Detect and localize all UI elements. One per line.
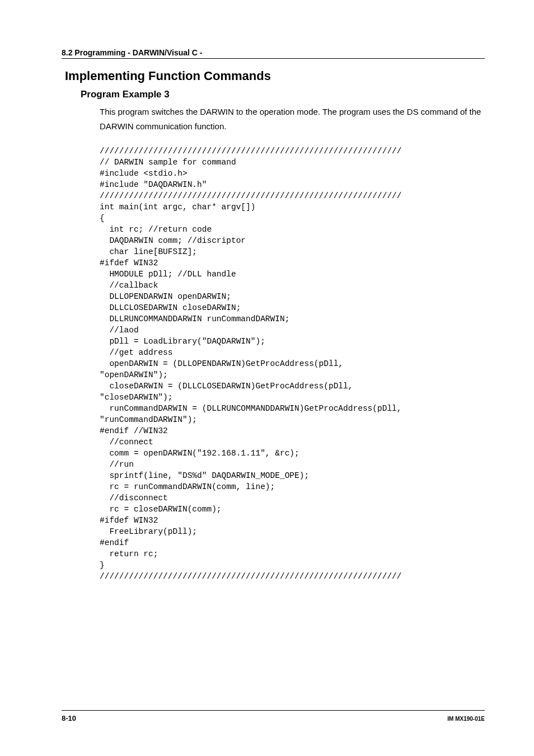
description-text: This program switches the DARWIN to the … <box>100 105 485 133</box>
footer-divider <box>62 710 485 711</box>
header-divider <box>62 58 485 59</box>
heading-main: Implementing Function Commands <box>65 69 485 83</box>
document-id: IM MX190-01E <box>447 716 485 722</box>
page-number: 8-10 <box>62 714 76 722</box>
section-header: 8.2 Programming - DARWIN/Visual C - <box>62 48 485 57</box>
code-block: ////////////////////////////////////////… <box>100 145 485 582</box>
heading-sub: Program Example 3 <box>81 89 485 100</box>
